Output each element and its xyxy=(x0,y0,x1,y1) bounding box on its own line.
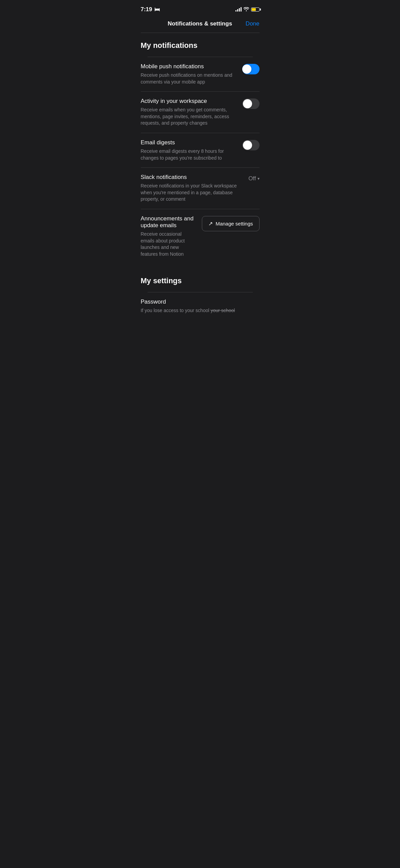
email-digests-title: Email digests xyxy=(141,139,237,146)
slack-notifications-description: Receive notifications in your Slack work… xyxy=(141,183,243,203)
my-notifications-title: My notifications xyxy=(141,41,260,50)
password-item: Password If you lose access to your scho… xyxy=(141,292,260,320)
page-title: Notifications & settings xyxy=(154,20,246,27)
slack-notifications-item: Slack notifications Receive notification… xyxy=(141,167,260,209)
sleep-icon: 🛏 xyxy=(154,6,160,13)
activity-workspace-toggle[interactable] xyxy=(242,98,260,109)
slack-dropdown[interactable]: Off ▾ xyxy=(248,175,259,182)
status-icons xyxy=(235,7,260,12)
slack-notifications-title: Slack notifications xyxy=(141,174,243,181)
announcements-description: Receive occasional emails about product … xyxy=(141,231,197,257)
announcements-title: Announcements and update emails xyxy=(141,215,197,229)
my-notifications-section: My notifications Mobile push notificatio… xyxy=(134,33,266,266)
slack-dropdown-value: Off xyxy=(248,175,256,182)
manage-settings-label: Manage settings xyxy=(215,221,253,227)
my-settings-title: My settings xyxy=(141,276,260,285)
my-settings-section: My settings Password If you lose access … xyxy=(134,266,266,323)
wifi-icon xyxy=(244,7,249,12)
battery-icon xyxy=(251,7,260,12)
email-digests-toggle[interactable] xyxy=(242,140,260,150)
nav-header: Notifications & settings Done xyxy=(134,17,266,33)
activity-workspace-item: Activity in your workspace Receive email… xyxy=(141,91,260,133)
activity-workspace-title: Activity in your workspace xyxy=(141,98,237,105)
chevron-down-icon: ▾ xyxy=(258,176,260,181)
mobile-push-item: Mobile push notifications Receive push n… xyxy=(141,57,260,91)
activity-workspace-description: Receive emails when you get comments, me… xyxy=(141,107,237,127)
battery-fill xyxy=(252,8,256,11)
email-digests-item: Email digests Receive email digests ever… xyxy=(141,133,260,167)
status-bar: 7:19 🛏 xyxy=(134,0,266,17)
signal-icon xyxy=(235,7,242,12)
status-time: 7:19 🛏 xyxy=(141,6,160,13)
external-link-icon: ↗ xyxy=(208,220,213,227)
mobile-push-description: Receive push notifications on mentions a… xyxy=(141,72,237,85)
password-title: Password xyxy=(141,299,260,305)
strikethrough-text: your school xyxy=(211,308,235,313)
manage-settings-button[interactable]: ↗ Manage settings xyxy=(202,216,259,231)
email-digests-description: Receive email digests every 8 hours for … xyxy=(141,148,237,161)
mobile-push-title: Mobile push notifications xyxy=(141,63,237,70)
password-description: If you lose access to your school your s… xyxy=(141,307,260,314)
mobile-push-toggle[interactable] xyxy=(242,64,260,74)
announcements-item: Announcements and update emails Receive … xyxy=(141,209,260,264)
done-button[interactable]: Done xyxy=(246,20,260,27)
